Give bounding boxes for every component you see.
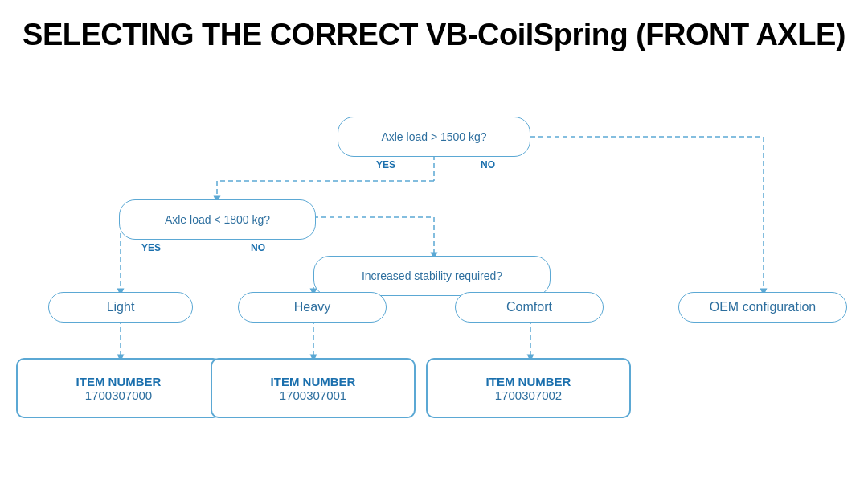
item-box-2: ITEM NUMBER 1700307002 <box>426 358 631 418</box>
decision1-yes-label: YES <box>376 159 395 171</box>
page-title: SELECTING THE CORRECT VB-CoilSpring (FRO… <box>0 0 868 60</box>
decision-stability: Increased stability required? <box>313 256 551 296</box>
result-comfort: Comfort <box>455 292 604 323</box>
result-oem: OEM configuration <box>678 292 847 323</box>
result-heavy: Heavy <box>238 292 387 323</box>
decision-axle-load-1500: Axle load > 1500 kg? <box>338 117 530 157</box>
item-box-1: ITEM NUMBER 1700307001 <box>211 358 416 418</box>
decision2-yes-label: YES <box>141 242 161 253</box>
result-light: Light <box>48 292 193 323</box>
decision1-no-label: NO <box>481 159 495 171</box>
decision2-no-label: NO <box>251 242 265 253</box>
diagram-area: Axle load > 1500 kg? YES NO Axle load < … <box>0 68 868 471</box>
item-box-0: ITEM NUMBER 1700307000 <box>16 358 221 418</box>
decision-axle-load-1800: Axle load < 1800 kg? <box>119 199 316 240</box>
